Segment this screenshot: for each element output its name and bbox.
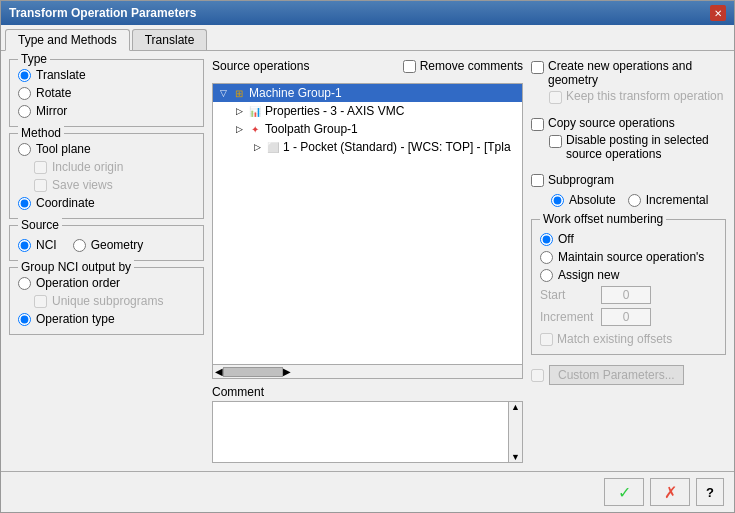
window-title: Transform Operation Parameters: [9, 6, 196, 20]
tree-node-pocket[interactable]: ▷ ⬜ 1 - Pocket (Standard) - [WCS: TOP] -…: [213, 138, 522, 156]
type-group-title: Type: [18, 52, 50, 66]
source-nci-label: NCI: [36, 238, 57, 252]
tab-type-and-methods[interactable]: Type and Methods: [5, 29, 130, 51]
custom-params-checkbox[interactable]: [531, 369, 544, 382]
subprogram-checkbox[interactable]: [531, 174, 544, 187]
tree-container: ▽ ⊞ Machine Group-1 ▷ 📊 Properties - 3 -…: [212, 83, 523, 379]
type-mirror-label: Mirror: [36, 104, 67, 118]
method-include-origin-label: Include origin: [52, 160, 123, 174]
remove-comments-checkbox[interactable]: [403, 60, 416, 73]
expand-icon-properties[interactable]: ▷: [233, 105, 245, 117]
match-existing-checkbox[interactable]: [540, 333, 553, 346]
group-nci-operation-type-option[interactable]: Operation type: [18, 312, 195, 326]
subprogram-label: Subprogram: [548, 173, 614, 187]
hscroll-right-arrow[interactable]: ▶: [283, 366, 291, 377]
tree-node-toolpath-group[interactable]: ▷ ✦ Toolpath Group-1: [213, 120, 522, 138]
work-offset-maintain-option[interactable]: Maintain source operation's: [540, 250, 717, 264]
tree-node-properties-label: Properties - 3 - AXIS VMC: [265, 104, 404, 118]
title-bar: Transform Operation Parameters ✕: [1, 1, 734, 25]
source-nci-option[interactable]: NCI: [18, 238, 57, 252]
work-offset-off-label: Off: [558, 232, 574, 246]
tree-inner: ▽ ⊞ Machine Group-1 ▷ 📊 Properties - 3 -…: [213, 84, 522, 364]
work-offset-start-input[interactable]: [601, 286, 651, 304]
cancel-icon: ✗: [664, 483, 677, 502]
tree-hscrollbar[interactable]: ◀ ▶: [213, 364, 522, 378]
disable-posting-checkbox[interactable]: [549, 135, 562, 148]
comment-textarea[interactable]: [213, 402, 508, 462]
expand-icon-toolpath[interactable]: ▷: [233, 123, 245, 135]
cancel-button[interactable]: ✗: [650, 478, 690, 506]
disable-posting-label: Disable posting in selected source opera…: [566, 133, 726, 161]
middle-panel: Source operations Remove comments ▽ ⊞ Ma…: [212, 59, 523, 463]
group-nci-operation-order-option[interactable]: Operation order: [18, 276, 195, 290]
custom-params-button[interactable]: Custom Parameters...: [549, 365, 684, 385]
ok-button[interactable]: ✓: [604, 478, 644, 506]
source-geometry-option[interactable]: Geometry: [73, 238, 144, 252]
work-offset-off-option[interactable]: Off: [540, 232, 717, 246]
subprogram-absolute-option[interactable]: Absolute: [551, 193, 616, 207]
method-toolplane-option[interactable]: Tool plane: [18, 142, 195, 156]
copy-source-container: Copy source operations Disable posting i…: [531, 116, 726, 161]
work-offset-increment-field: Increment: [540, 308, 717, 326]
method-group: Method Tool plane Include origin Save vi…: [9, 133, 204, 219]
type-rotate-option[interactable]: Rotate: [18, 86, 195, 100]
comment-scroll-up[interactable]: ▲: [509, 402, 522, 412]
method-include-origin-option[interactable]: Include origin: [18, 160, 195, 174]
keep-transform-checkbox[interactable]: [549, 91, 562, 104]
subprogram-incremental-option[interactable]: Incremental: [628, 193, 709, 207]
work-offset-assign-option[interactable]: Assign new: [540, 268, 717, 282]
keep-transform-label: Keep this transform operation: [566, 89, 723, 103]
tab-translate[interactable]: Translate: [132, 29, 208, 50]
group-nci-group-title: Group NCI output by: [18, 260, 134, 274]
tree-node-machine-group[interactable]: ▽ ⊞ Machine Group-1: [213, 84, 522, 102]
remove-comments-label: Remove comments: [420, 59, 523, 73]
copy-source-checkbox[interactable]: [531, 118, 544, 131]
group-nci-unique-subprograms-option[interactable]: Unique subprograms: [18, 294, 195, 308]
bottom-bar: ✓ ✗ ?: [1, 471, 734, 512]
tree-node-machine-label: Machine Group-1: [249, 86, 342, 100]
match-existing-container: Match existing offsets: [540, 332, 717, 346]
toolpath-icon: ✦: [247, 121, 263, 137]
create-new-checkbox[interactable]: [531, 61, 544, 74]
type-group: Type Translate Rotate Mirror: [9, 59, 204, 127]
work-offset-increment-input[interactable]: [601, 308, 651, 326]
subprogram-incremental-label: Incremental: [646, 193, 709, 207]
expand-icon-machine[interactable]: ▽: [217, 87, 229, 99]
source-ops-header: Source operations Remove comments: [212, 59, 523, 73]
source-group: Source NCI Geometry: [9, 225, 204, 261]
copy-source-option: Copy source operations: [531, 116, 726, 131]
method-save-views-label: Save views: [52, 178, 113, 192]
comment-label: Comment: [212, 385, 523, 399]
method-coordinate-option[interactable]: Coordinate: [18, 196, 195, 210]
subprogram-absolute-label: Absolute: [569, 193, 616, 207]
method-coordinate-label: Coordinate: [36, 196, 95, 210]
method-save-views-option[interactable]: Save views: [18, 178, 195, 192]
group-nci-operation-type-label: Operation type: [36, 312, 115, 326]
work-offset-group: Work offset numbering Off Maintain sourc…: [531, 219, 726, 355]
tree-node-properties[interactable]: ▷ 📊 Properties - 3 - AXIS VMC: [213, 102, 522, 120]
type-translate-option[interactable]: Translate: [18, 68, 195, 82]
method-group-title: Method: [18, 126, 64, 140]
type-translate-label: Translate: [36, 68, 86, 82]
type-mirror-option[interactable]: Mirror: [18, 104, 195, 118]
comment-scroll-down[interactable]: ▼: [509, 452, 522, 462]
disable-posting-option: Disable posting in selected source opera…: [531, 133, 726, 161]
expand-icon-pocket[interactable]: ▷: [251, 141, 263, 153]
help-icon: ?: [706, 485, 714, 500]
hscroll-thumb[interactable]: [223, 367, 283, 377]
group-nci-operation-order-label: Operation order: [36, 276, 120, 290]
create-new-label: Create new operations and geometry: [548, 59, 726, 87]
help-button[interactable]: ?: [696, 478, 724, 506]
group-nci-unique-subprograms-label: Unique subprograms: [52, 294, 163, 308]
hscroll-left-arrow[interactable]: ◀: [215, 366, 223, 377]
left-panel: Type Translate Rotate Mirror Method: [9, 59, 204, 463]
comment-section: Comment ▲ ▼: [212, 385, 523, 463]
work-offset-start-label: Start: [540, 288, 595, 302]
work-offset-start-field: Start: [540, 286, 717, 304]
subprogram-option: Subprogram: [531, 173, 726, 187]
comment-vscrollbar[interactable]: ▲ ▼: [508, 402, 522, 462]
comment-area-container: ▲ ▼: [212, 401, 523, 463]
main-window: Transform Operation Parameters ✕ Type an…: [0, 0, 735, 513]
source-ops-label: Source operations: [212, 59, 309, 73]
close-button[interactable]: ✕: [710, 5, 726, 21]
